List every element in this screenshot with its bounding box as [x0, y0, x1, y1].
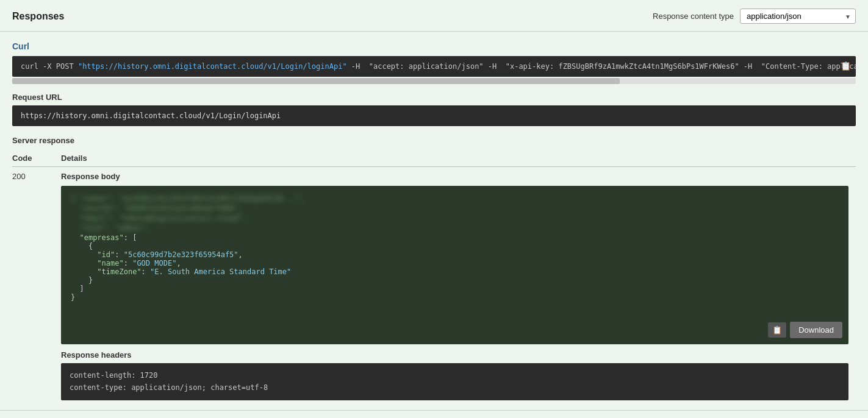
- response-header-line-2: content-type: application/json; charset=…: [70, 381, 840, 394]
- request-url-box: https://history.omni.digitalcontact.clou…: [12, 105, 856, 126]
- response-code: 200: [12, 167, 61, 400]
- response-body-blurred-4: "role": "admin",: [71, 224, 839, 232]
- response-line-7: ]: [71, 285, 839, 293]
- response-header-line-1: content-length: 1720: [70, 369, 840, 381]
- response-copy-button[interactable]: 📋: [768, 322, 786, 338]
- response-line-1: "empresas": [: [71, 233, 839, 242]
- response-body-visible: "empresas": [ { "id": "5c60c99d7b2e323f6…: [71, 233, 839, 302]
- curl-scrollbar[interactable]: [12, 78, 856, 84]
- response-body-blurred-2: "userId": "60d9f2e3b12a3c4d5e6f7890",: [71, 204, 839, 213]
- content-area: Curl curl -X POST "https://history.omni.…: [0, 32, 868, 410]
- response-body-label: Response body: [61, 172, 848, 181]
- request-url-label: Request URL: [12, 93, 856, 102]
- response-content-type-label: Response content type: [653, 12, 734, 21]
- response-details-cell: Response body { "token": "eyJhbGciOiJIUz…: [61, 167, 856, 400]
- response-headers-label: Response headers: [61, 350, 848, 360]
- curl-box: curl -X POST "https://history.omni.digit…: [12, 56, 856, 77]
- response-content-type-row: Response content type application/json t…: [653, 9, 856, 24]
- response-line-6: }: [71, 276, 839, 285]
- curl-copy-icon[interactable]: 📋: [841, 61, 851, 71]
- request-url-value: https://history.omni.digitalcontact.clou…: [21, 112, 281, 120]
- response-line-8: }: [71, 293, 839, 302]
- response-line-5: "timeZone": "E. South America Standard T…: [71, 267, 839, 276]
- server-response-label: Server response: [12, 136, 856, 145]
- response-body-box: { "token": "eyJhbGciOiJIUzI1NiIsInR5cCI6…: [61, 186, 848, 344]
- col-code: Code: [12, 151, 61, 167]
- response-headers-box: content-length: 1720 content-type: appli…: [61, 363, 848, 400]
- response-line-2: {: [71, 242, 839, 250]
- response-body-blurred-1: { "token": "eyJhbGciOiJIUzI1NiIsInR5cCI6…: [71, 194, 839, 203]
- curl-command: curl -X POST "https://history.omni.digit…: [21, 62, 856, 71]
- curl-scrollbar-thumb: [12, 78, 620, 84]
- content-type-select[interactable]: application/json text/plain text/xml: [740, 9, 856, 24]
- response-line-4: "name": "GOD MODE",: [71, 259, 839, 267]
- page-header: Responses Response content type applicat…: [0, 0, 868, 32]
- curl-label: Curl: [12, 41, 856, 51]
- server-response-row: 200 Response body { "token": "eyJhbGciOi…: [12, 167, 856, 400]
- page-wrapper: Responses Response content type applicat…: [0, 0, 868, 418]
- response-body-actions: 📋 Download: [768, 322, 842, 338]
- response-line-3: "id": "5c60c99d7b2e323f65954af5",: [71, 250, 839, 259]
- bottom-responses-label: Responses: [0, 410, 868, 418]
- download-button[interactable]: Download: [790, 322, 842, 338]
- curl-url: "https://history.omni.digitalcontact.clo…: [78, 62, 347, 71]
- page-title: Responses: [12, 11, 64, 22]
- col-details: Details: [61, 151, 856, 167]
- response-body-blurred-3: "email": "admin@digitalcontact.cloud",: [71, 214, 839, 222]
- server-response-table: Code Details 200 Response body { "token"…: [12, 151, 856, 400]
- content-type-select-wrapper[interactable]: application/json text/plain text/xml: [740, 9, 856, 24]
